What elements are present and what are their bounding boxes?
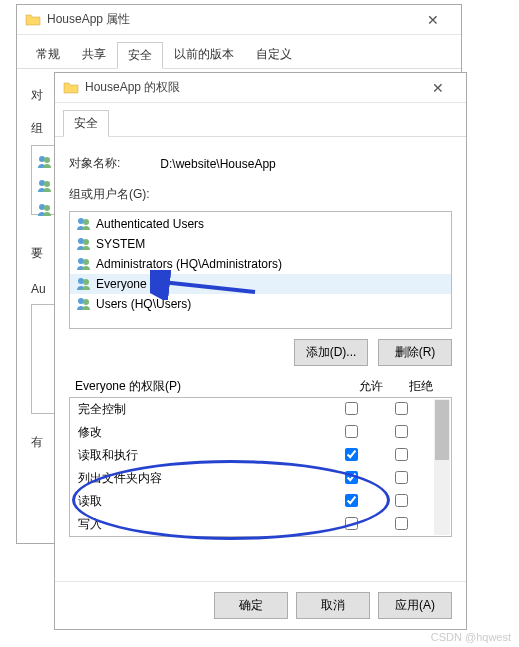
label-fragment: Au <box>31 282 46 296</box>
users-icon <box>37 154 53 170</box>
permission-row: 读取和执行 <box>70 444 434 467</box>
permissions-table: 完全控制 修改 读取和执行 列出文件夹内容 <box>69 397 452 537</box>
permission-name: 读取 <box>78 493 326 510</box>
list-item[interactable]: Authenticated Users <box>70 214 451 234</box>
deny-checkbox[interactable] <box>395 425 408 438</box>
permission-name: 修改 <box>78 424 326 441</box>
scrollbar[interactable] <box>434 399 450 535</box>
allow-checkbox[interactable] <box>345 402 358 415</box>
label-fragment: 要 <box>31 245 43 262</box>
folder-icon <box>63 80 79 96</box>
permission-row: 读取 <box>70 490 434 513</box>
window-title: HouseApp 的权限 <box>85 79 418 96</box>
object-name-label: 对象名称: <box>69 155 120 172</box>
allow-checkbox[interactable] <box>345 425 358 438</box>
tab-security[interactable]: 安全 <box>117 42 163 69</box>
list-item-label: Authenticated Users <box>96 217 204 231</box>
tab-sharing[interactable]: 共享 <box>71 41 117 68</box>
svg-point-5 <box>44 205 50 211</box>
allow-column-header: 允许 <box>346 378 396 395</box>
svg-point-6 <box>78 218 84 224</box>
permission-row: 修改 <box>70 421 434 444</box>
list-item[interactable]: Everyone <box>70 274 451 294</box>
permission-name: 完全控制 <box>78 401 326 418</box>
permission-row: 列出文件夹内容 <box>70 467 434 490</box>
close-button[interactable]: ✕ <box>413 5 453 34</box>
permission-name: 列出文件夹内容 <box>78 470 326 487</box>
users-icon <box>76 236 92 252</box>
watermark: CSDN @hqwest <box>431 631 511 643</box>
ok-button[interactable]: 确定 <box>214 592 288 619</box>
svg-point-1 <box>44 157 50 163</box>
titlebar: HouseApp 的权限 ✕ <box>55 73 466 103</box>
permission-name: 读取和执行 <box>78 447 326 464</box>
svg-point-7 <box>83 219 89 225</box>
scrollbar-thumb[interactable] <box>435 400 449 460</box>
tab-strip: 常规 共享 安全 以前的版本 自定义 <box>17 35 461 69</box>
cancel-button[interactable]: 取消 <box>296 592 370 619</box>
allow-checkbox[interactable] <box>345 448 358 461</box>
permissions-window: HouseApp 的权限 ✕ 安全 对象名称: D:\website\House… <box>54 72 467 630</box>
list-item-label: Administrators (HQ\Administrators) <box>96 257 282 271</box>
label-fragment: 对 <box>31 87 43 104</box>
groups-listbox[interactable]: Authenticated Users SYSTEM Administrator… <box>69 211 452 329</box>
users-icon <box>76 256 92 272</box>
permission-name: 写入 <box>78 516 326 533</box>
svg-point-12 <box>78 278 84 284</box>
svg-point-8 <box>78 238 84 244</box>
svg-point-2 <box>39 180 45 186</box>
permission-row: 完全控制 <box>70 398 434 421</box>
svg-point-0 <box>39 156 45 162</box>
permission-row: 写入 <box>70 513 434 536</box>
allow-checkbox[interactable] <box>345 517 358 530</box>
list-item-label: Users (HQ\Users) <box>96 297 191 311</box>
svg-point-15 <box>83 299 89 305</box>
list-item[interactable]: SYSTEM <box>70 234 451 254</box>
tab-security[interactable]: 安全 <box>63 110 109 137</box>
users-icon <box>76 276 92 292</box>
list-item-label: SYSTEM <box>96 237 145 251</box>
remove-button[interactable]: 删除(R) <box>378 339 452 366</box>
label-fragment: 有 <box>31 434 43 451</box>
deny-checkbox[interactable] <box>395 494 408 507</box>
permissions-label: Everyone 的权限(P) <box>75 378 346 395</box>
list-item[interactable]: Administrators (HQ\Administrators) <box>70 254 451 274</box>
dialog-buttons: 确定 取消 应用(A) <box>55 581 466 629</box>
deny-column-header: 拒绝 <box>396 378 446 395</box>
tab-strip: 安全 <box>55 103 466 137</box>
close-button[interactable]: ✕ <box>418 73 458 102</box>
svg-point-3 <box>44 181 50 187</box>
groups-label: 组或用户名(G): <box>69 186 150 203</box>
deny-checkbox[interactable] <box>395 517 408 530</box>
deny-checkbox[interactable] <box>395 448 408 461</box>
svg-point-9 <box>83 239 89 245</box>
svg-point-14 <box>78 298 84 304</box>
object-name-value: D:\website\HouseApp <box>160 157 275 171</box>
svg-point-13 <box>83 279 89 285</box>
label-fragment: 组 <box>31 120 43 137</box>
deny-checkbox[interactable] <box>395 402 408 415</box>
users-icon <box>37 202 53 218</box>
tab-general[interactable]: 常规 <box>25 41 71 68</box>
users-icon <box>76 296 92 312</box>
svg-point-4 <box>39 204 45 210</box>
titlebar: HouseApp 属性 ✕ <box>17 5 461 35</box>
window-title: HouseApp 属性 <box>47 11 413 28</box>
add-button[interactable]: 添加(D)... <box>294 339 368 366</box>
allow-checkbox[interactable] <box>345 471 358 484</box>
list-item[interactable]: Users (HQ\Users) <box>70 294 451 314</box>
tab-customize[interactable]: 自定义 <box>245 41 303 68</box>
users-icon <box>76 216 92 232</box>
svg-point-10 <box>78 258 84 264</box>
list-item-label: Everyone <box>96 277 147 291</box>
apply-button[interactable]: 应用(A) <box>378 592 452 619</box>
svg-point-11 <box>83 259 89 265</box>
folder-icon <box>25 12 41 28</box>
allow-checkbox[interactable] <box>345 494 358 507</box>
tab-previous-versions[interactable]: 以前的版本 <box>163 41 245 68</box>
deny-checkbox[interactable] <box>395 471 408 484</box>
users-icon <box>37 178 53 194</box>
